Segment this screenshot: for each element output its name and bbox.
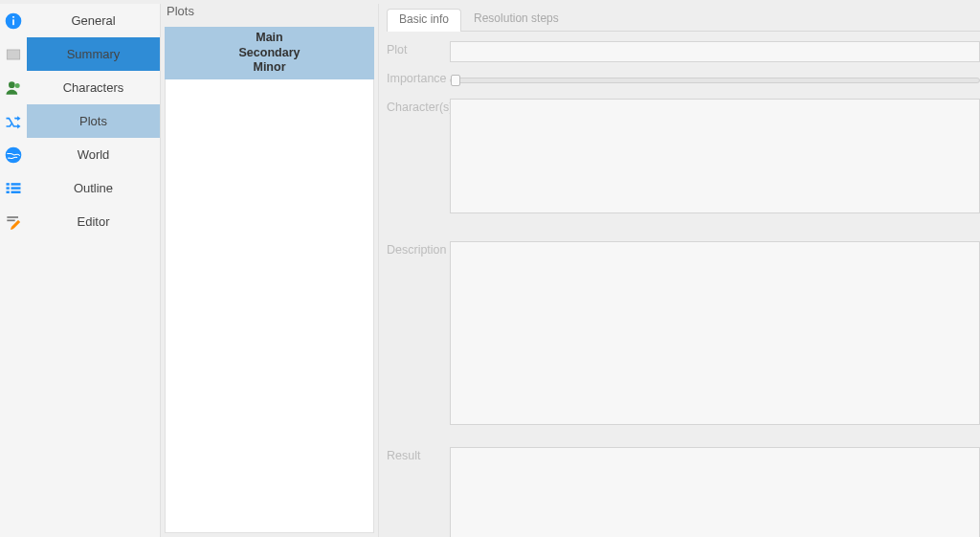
detail-tabs: Basic info Resolution steps — [387, 8, 980, 31]
info-icon — [0, 4, 27, 37]
sidebar-item-world[interactable]: World — [0, 138, 160, 171]
row-result: Result — [387, 447, 980, 537]
svg-rect-3 — [7, 50, 19, 59]
sidebar-item-summary[interactable]: Summary — [0, 37, 160, 71]
tab-resolution-steps[interactable]: Resolution steps — [461, 8, 571, 31]
svg-rect-9 — [7, 187, 10, 190]
slider-importance[interactable] — [450, 78, 980, 83]
list-icon — [0, 171, 27, 205]
sidebar-item-plots[interactable]: Plots — [0, 104, 160, 138]
svg-rect-7 — [7, 183, 10, 186]
sidebar-item-editor[interactable]: Editor — [0, 205, 160, 238]
label-result: Result — [387, 447, 450, 462]
sidebar-item-characters[interactable]: Characters — [0, 71, 160, 104]
navigation-sidebar: General Summary Characters Plots World — [0, 4, 161, 537]
sidebar-label-world: World — [27, 147, 160, 162]
detail-panel: Basic info Resolution steps Plot Importa… — [379, 4, 980, 537]
plot-panel-title: Plots — [161, 4, 378, 25]
input-description[interactable] — [450, 241, 980, 425]
label-characters: Character(s) — [387, 99, 450, 114]
plot-list-panel: Plots Main Secondary Minor — [161, 4, 379, 537]
globe-icon — [0, 138, 27, 171]
sidebar-item-outline[interactable]: Outline — [0, 171, 160, 205]
slider-importance-thumb[interactable] — [451, 75, 460, 86]
sidebar-label-editor: Editor — [27, 214, 160, 229]
svg-rect-12 — [11, 190, 21, 193]
svg-rect-1 — [12, 19, 14, 25]
svg-rect-8 — [11, 183, 21, 186]
sidebar-item-general[interactable]: General — [0, 4, 160, 37]
sidebar-label-outline: Outline — [27, 181, 160, 195]
svg-point-5 — [15, 83, 20, 88]
main-layout: General Summary Characters Plots World — [0, 4, 980, 537]
plot-category-header[interactable]: Main Secondary Minor — [165, 27, 374, 79]
plot-category-minor: Minor — [165, 60, 374, 76]
input-characters[interactable] — [450, 99, 980, 213]
sidebar-label-summary: Summary — [27, 47, 160, 61]
svg-rect-11 — [7, 190, 10, 193]
label-description: Description — [387, 241, 450, 257]
label-plot: Plot — [387, 41, 450, 56]
row-characters: Character(s) — [387, 99, 980, 216]
sidebar-label-plots: Plots — [27, 114, 160, 128]
sidebar-label-general: General — [27, 13, 160, 28]
sidebar-label-characters: Characters — [27, 80, 160, 95]
input-result[interactable] — [450, 447, 980, 537]
svg-rect-2 — [12, 16, 14, 18]
tab-body: Plot Importance Character(s) Description — [387, 31, 980, 537]
label-importance: Importance — [387, 70, 450, 85]
row-plot: Plot — [387, 41, 980, 62]
edit-icon — [0, 205, 27, 238]
plot-list[interactable] — [165, 79, 374, 533]
shuffle-icon — [0, 104, 27, 138]
summary-icon — [0, 37, 27, 71]
plot-category-main: Main — [165, 31, 374, 46]
person-icon — [0, 71, 27, 104]
svg-rect-10 — [11, 187, 21, 190]
row-description: Description — [387, 241, 980, 428]
tab-basic-info[interactable]: Basic info — [387, 9, 461, 32]
input-plot[interactable] — [450, 41, 980, 62]
plot-category-secondary: Secondary — [165, 46, 374, 61]
row-importance: Importance — [387, 70, 980, 85]
svg-point-4 — [9, 81, 15, 88]
